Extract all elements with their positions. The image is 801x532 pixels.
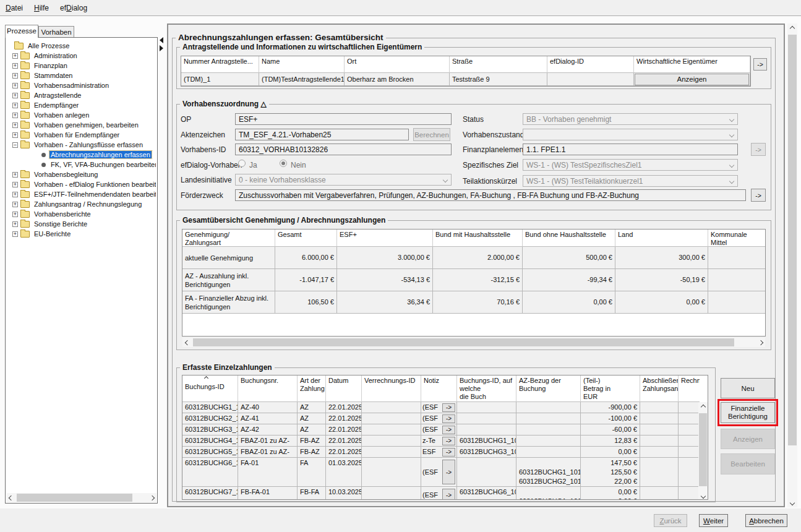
tab-prozesse[interactable]: Prozesse	[5, 25, 38, 38]
scrollbar-thumb[interactable]	[699, 413, 707, 486]
table-row[interactable]: aktuelle Genehmigung6.000,00 €3.000,00 €…	[182, 247, 765, 269]
menu-item-hilfe[interactable]: Hilfe	[28, 1, 54, 15]
cell	[457, 458, 516, 487]
finanzplanelement-field[interactable]: 1.1. FPE1.1	[523, 144, 738, 155]
notiz-detail-button[interactable]: ->	[442, 489, 455, 500]
scroll-right-icon[interactable]	[147, 493, 156, 502]
notiz-detail-button[interactable]: ->	[442, 448, 455, 457]
scroll-up-icon[interactable]	[698, 402, 708, 411]
splitter-expand-right-icon[interactable]	[160, 45, 163, 51]
scroll-right-icon[interactable]	[756, 338, 765, 347]
table-row[interactable]: 60312BUCHG7_1013FB-FA-01FB-FA10.03.2025(…	[182, 487, 700, 500]
notiz-detail-button[interactable]: ->	[442, 426, 455, 434]
main-vertical-scrollbar[interactable]	[787, 24, 797, 507]
notiz-detail-button[interactable]: ->	[442, 460, 455, 484]
tree-item-stammdaten[interactable]: +Stammdaten	[7, 71, 156, 80]
expand-plus-icon[interactable]: +	[12, 231, 18, 237]
expand-plus-icon[interactable]: +	[12, 212, 18, 217]
tree-item-vorhabensberichte[interactable]: +Vorhabensberichte	[7, 209, 156, 219]
expand-plus-icon[interactable]: +	[12, 132, 18, 138]
scrollbar-thumb[interactable]	[17, 494, 132, 502]
menu-item-efdialog[interactable]: efDialog	[54, 1, 93, 15]
tab-vorhaben[interactable]: Vorhaben	[38, 26, 74, 37]
notiz-detail-button[interactable]: ->	[442, 403, 455, 412]
splitter-collapse-left-icon[interactable]	[160, 37, 163, 43]
antragstellende-detail-button[interactable]: ->	[753, 58, 767, 71]
tree-item-administration[interactable]: +Administration	[7, 51, 156, 61]
tree-item-fk-vf-vfa-buchungen-bearbeiten[interactable]: FK, VF, VFA-Buchungen bearbeiten	[7, 160, 156, 169]
finanzielle-berichtigung-button[interactable]: Finanzielle Berichtigung	[721, 402, 775, 423]
tab-vorhaben-label: Vorhaben	[41, 28, 71, 36]
aktenzeichen-field[interactable]: TM_ESF_4.21.-Vorhaben25	[235, 129, 409, 140]
foerderzweck-field[interactable]: Zuschussvorhaben mit Vergabeverfahren, P…	[235, 189, 746, 201]
expand-plus-icon[interactable]: +	[12, 83, 18, 88]
expand-plus-icon[interactable]: +	[12, 122, 18, 128]
table-row[interactable]: 60312BUCHG3_1013AZ-42AZ22.01.2025(ESF->-…	[182, 424, 700, 435]
vorhabens-id-field[interactable]: 60312_VORHAB10132826	[235, 144, 452, 155]
table-row[interactable]: FA - Finanzieller Abzug inkl. Berichtigu…	[182, 291, 765, 314]
tree-item-finanzplan[interactable]: +Finanzplan	[7, 61, 156, 71]
expand-plus-icon[interactable]: +	[12, 53, 18, 59]
expand-plus-icon[interactable]: +	[12, 172, 18, 178]
foerderzweck-detail-button[interactable]: ->	[751, 189, 766, 202]
column-header-verrechnungs-id: Verrechnungs-ID	[362, 375, 421, 402]
tree-item-vorhaben-anlegen[interactable]: +Vorhaben anlegen	[7, 110, 156, 120]
vorhabenszustand-select	[523, 129, 738, 140]
notiz-detail-button[interactable]: ->	[442, 437, 455, 445]
table-row[interactable]: 60312BUCHG6_1013FA-01FA01.03.2025(ESF-> …	[182, 458, 700, 487]
tree-item-eu-berichte[interactable]: +EU-Berichte	[7, 229, 156, 239]
tree-item-sonstige-berichte[interactable]: +Sonstige Berichte	[7, 219, 156, 229]
expand-plus-icon[interactable]: +	[12, 73, 18, 79]
scroll-left-icon[interactable]	[6, 493, 15, 502]
table-row[interactable]: 60312BUCHG2_1013AZ-41AZ22.01.2025(ESF->-…	[182, 413, 700, 424]
expand-plus-icon[interactable]: +	[12, 103, 18, 108]
table-row[interactable]: (TDM)_1(TDM)TestAntragstellende1Oberharz…	[181, 73, 750, 86]
expand-plus-icon[interactable]: +	[12, 202, 18, 207]
expand-plus-icon[interactable]: +	[12, 93, 18, 98]
expand-plus-icon[interactable]: +	[12, 113, 18, 118]
scrollbar-thumb[interactable]	[788, 35, 797, 445]
weiter-button[interactable]: Weiter	[699, 514, 728, 527]
tree-item-vorhabensadministration[interactable]: +Vorhabensadministration	[7, 80, 156, 90]
tree-item-esf+-jtf-teilnehmendendaten-bearbeiten[interactable]: +ESF+/JTF-Teilnehmendendaten bearbeiten	[7, 189, 156, 199]
scroll-up-icon[interactable]	[787, 24, 797, 33]
tree-item-vorhaben-genehmigen-bearbeiten[interactable]: +Vorhaben genehmigen, bearbeiten	[7, 120, 156, 130]
collapse-minus-icon[interactable]: −	[12, 142, 18, 148]
expand-plus-icon[interactable]: +	[12, 63, 18, 69]
tree-horizontal-scrollbar[interactable]	[6, 493, 156, 502]
antragstellende-table: Nummer Antragstelle...NameOrtStraßeefDia…	[181, 56, 751, 87]
table-row[interactable]: 60312BUCHG4_1013FBAZ-01 zu AZ-40FB-AZ22.…	[182, 435, 700, 447]
tree-item-endempfänger[interactable]: +Endempfänger	[7, 100, 156, 110]
scroll-left-icon[interactable]	[182, 338, 192, 347]
tree-item-label: Zahlungsantrag / Rechnungslegung	[33, 200, 143, 208]
table-row[interactable]: 60312BUCHG5_1013FBAZ-01 zu AZ-42FB-AZ22.…	[182, 447, 700, 458]
table-row[interactable]: AZ - Auszahlung inkl. Berichtigungen-1.0…	[182, 269, 765, 291]
wirtschaftliche-eigentuemer-anzeigen-button[interactable]: Anzeigen	[635, 74, 749, 85]
cell: AZ-41	[238, 413, 298, 424]
einzelzahlungen-vertical-scrollbar[interactable]	[698, 402, 708, 500]
tree-item-alle-prozesse[interactable]: Alle Prozesse	[7, 41, 156, 51]
expand-plus-icon[interactable]: +	[12, 192, 18, 197]
tree-item-zahlungsantrag-rechnungslegung[interactable]: +Zahlungsantrag / Rechnungslegung	[7, 199, 156, 209]
scrollbar-thumb[interactable]	[193, 338, 734, 346]
tree-item-abrechnungszahlungen-erfassen[interactable]: Abrechnungszahlungen erfassen	[7, 150, 156, 160]
scroll-down-icon[interactable]	[698, 491, 708, 500]
op-field[interactable]: ESF+	[235, 113, 452, 125]
notiz-detail-button[interactable]: ->	[442, 414, 455, 423]
tree-item-vorhaben-für-endempfänger[interactable]: +Vorhaben für Endempfänger	[7, 130, 156, 140]
scroll-down-icon[interactable]	[787, 498, 797, 507]
tree-item-antragstellende[interactable]: +Antragstellende	[7, 90, 156, 100]
tree-item-vorhabensbegleitung[interactable]: +Vorhabensbegleitung	[7, 169, 156, 179]
table-row[interactable]: 60312BUCHG1_1013AZ-40AZ22.01.2025(ESF->-…	[182, 402, 700, 413]
cell-amount: 0,00 €	[523, 291, 615, 314]
expand-plus-icon[interactable]: +	[12, 182, 18, 187]
abbrechen-button[interactable]: Abbrechen	[745, 514, 787, 527]
menu-item-datei[interactable]: Datei	[0, 1, 28, 15]
gesamtuebersicht-group-title: Gesamtübersicht Genehmigung / Abrechnung…	[180, 216, 388, 225]
neu-button[interactable]: Neu	[721, 378, 775, 398]
tree-item-vorhaben-efdialog-funktionen-bearbeiten[interactable]: +Vorhaben - efDialog Funktionen bearbeit…	[7, 179, 156, 189]
expand-plus-icon[interactable]: +	[12, 221, 18, 227]
tree-item-vorhaben-zahlungsflüsse-erfassen[interactable]: −Vorhaben - Zahlungsflüsse erfassen	[7, 140, 156, 150]
gesamtuebersicht-horizontal-scrollbar[interactable]	[182, 338, 765, 347]
process-tree-panel: Alle Prozesse+Administration+Finanzplan+…	[5, 37, 158, 504]
